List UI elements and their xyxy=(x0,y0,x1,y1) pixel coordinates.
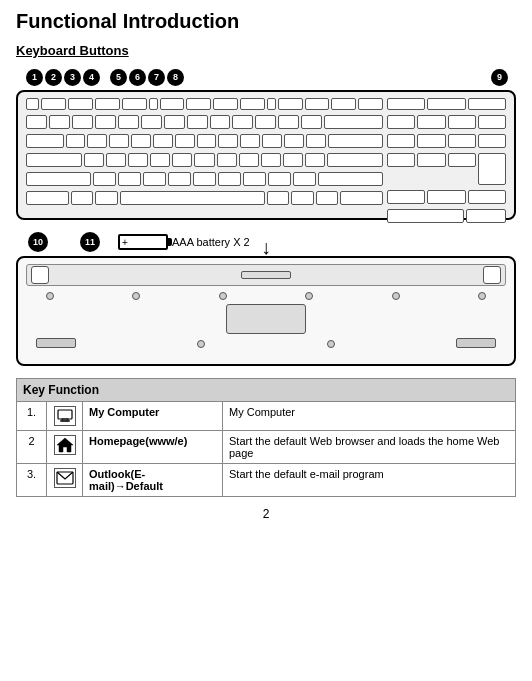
row-3-icon xyxy=(47,464,83,497)
badge-4: 4 xyxy=(83,69,100,86)
key-function-table: Key Function 1. My Computer My Computer … xyxy=(16,378,516,497)
page-title: Functional Introduction xyxy=(16,10,516,33)
row-2-description: Start the default Web browser and loads … xyxy=(223,431,516,464)
svg-rect-0 xyxy=(58,410,72,419)
screw-1 xyxy=(46,292,54,300)
kb-foot-left xyxy=(36,338,76,348)
kb-screws xyxy=(26,292,506,300)
battery-indicator: + AAA battery X 2 xyxy=(118,234,250,250)
row-1-icon xyxy=(47,402,83,431)
row-3-description: Start the default e-mail program xyxy=(223,464,516,497)
badge-8: 8 xyxy=(167,69,184,86)
screw-bottom-1 xyxy=(197,340,205,348)
screw-bottom-2 xyxy=(327,340,335,348)
screw-4 xyxy=(305,292,313,300)
badge-2: 2 xyxy=(45,69,62,86)
row-2-function: Homepage(www/e) xyxy=(83,431,223,464)
row-1-num: 1. xyxy=(17,402,47,431)
badge-3: 3 xyxy=(64,69,81,86)
svg-marker-3 xyxy=(57,438,73,452)
row-2-icon xyxy=(47,431,83,464)
battery-label: AAA battery X 2 xyxy=(172,236,250,248)
envelope-icon xyxy=(54,468,76,488)
badge-5: 5 xyxy=(110,69,127,86)
row-1-description: My Computer xyxy=(223,402,516,431)
keyboard-top-diagram xyxy=(16,90,516,220)
row-2-num: 2 xyxy=(17,431,47,464)
keyboard-number-badges: 1 2 3 4 5 6 7 8 9 xyxy=(16,66,516,88)
main-key-area xyxy=(26,98,383,212)
row-3-num: 3. xyxy=(17,464,47,497)
row-1-function: My Computer xyxy=(83,402,223,431)
screw-3 xyxy=(219,292,227,300)
kb-corner-left xyxy=(31,266,49,284)
battery-icon: + xyxy=(118,234,168,250)
badge-11: 11 xyxy=(80,232,100,252)
table-row: 2 Homepage(www/e) Start the default Web … xyxy=(17,431,516,464)
row-3-function: Outlook(E-mail)→Default xyxy=(83,464,223,497)
keyboard-bottom-diagram: ↓ xyxy=(16,256,516,366)
badge-10: 10 xyxy=(28,232,48,252)
kb-top-bar xyxy=(26,264,506,286)
screw-6 xyxy=(478,292,486,300)
kb-foot-right xyxy=(456,338,496,348)
kb-corner-right xyxy=(483,266,501,284)
computer-icon xyxy=(54,406,76,426)
right-key-cluster xyxy=(387,98,506,212)
badge-group-bottom: 10 11 xyxy=(28,232,100,252)
kb-feet-row xyxy=(26,338,506,348)
table-header: Key Function xyxy=(17,379,516,402)
section-title: Keyboard Buttons xyxy=(16,43,516,58)
battery-compartment xyxy=(226,304,306,334)
badge-7: 7 xyxy=(148,69,165,86)
kb-battery-slot xyxy=(241,271,291,279)
badge-6: 6 xyxy=(129,69,146,86)
badge-group-left: 1 2 3 4 5 6 7 8 xyxy=(26,69,184,86)
center-compartment xyxy=(26,304,506,334)
page-number: 2 xyxy=(16,507,516,521)
screw-2 xyxy=(132,292,140,300)
table-row: 3. Outlook(E-mail)→Default Start the def… xyxy=(17,464,516,497)
down-arrow: ↓ xyxy=(261,236,271,259)
house-icon xyxy=(54,435,76,455)
table-row: 1. My Computer My Computer xyxy=(17,402,516,431)
badge-1: 1 xyxy=(26,69,43,86)
keyboard-section: 1 2 3 4 5 6 7 8 9 xyxy=(16,66,516,366)
screw-5 xyxy=(392,292,400,300)
badge-9: 9 xyxy=(491,69,508,86)
